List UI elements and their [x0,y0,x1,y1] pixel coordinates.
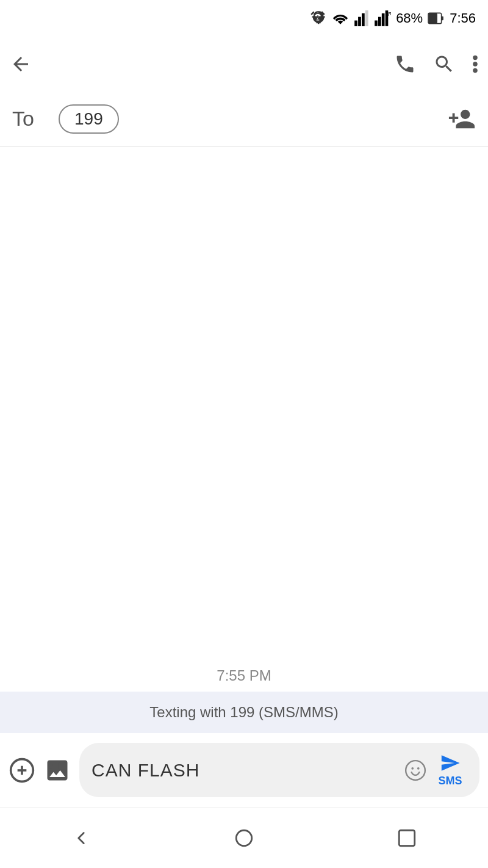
message-input[interactable]: CAN FLASH SMS [79,743,479,797]
app-bar-right [394,53,478,75]
message-timestamp: 7:55 PM [217,667,271,684]
svg-rect-11 [429,13,437,23]
signal2-icon: R [374,10,391,26]
nav-back-button[interactable] [71,828,92,848]
phone-button[interactable] [394,53,416,75]
nav-bar [0,807,488,868]
add-contact-button[interactable] [448,105,476,133]
back-button[interactable] [10,53,32,75]
to-row: To 199 [0,92,488,146]
alarm-icon [309,10,326,27]
svg-rect-7 [382,13,385,26]
svg-point-24 [236,830,252,846]
to-label: To [12,107,49,131]
svg-rect-2 [358,17,361,26]
signal-icon [354,10,369,26]
svg-point-21 [406,761,425,780]
svg-rect-19 [59,762,65,769]
nav-recents-button[interactable] [396,828,417,848]
input-area: CAN FLASH SMS [0,733,488,807]
svg-point-14 [473,62,478,67]
media-button[interactable] [44,757,71,784]
svg-rect-4 [365,10,368,26]
app-container: R 68% 7:56 [0,0,488,868]
wifi-icon [331,12,350,25]
app-bar [0,37,488,92]
sms-banner: Texting with 199 (SMS/MMS) [0,692,488,733]
more-options-button[interactable] [472,53,478,75]
search-button[interactable] [433,53,455,75]
content-area: 7:55 PM Texting with 199 (SMS/MMS) [0,146,488,868]
svg-rect-5 [375,21,378,26]
svg-point-23 [417,767,420,769]
add-button[interactable] [9,757,35,784]
svg-point-15 [473,68,478,73]
send-button[interactable]: SMS [433,753,467,787]
message-text: CAN FLASH [92,760,398,781]
status-icons: R 68% 7:56 [309,10,476,27]
sms-banner-text: Texting with 199 (SMS/MMS) [149,704,338,720]
svg-rect-25 [399,830,415,846]
emoji-button[interactable] [404,759,427,782]
svg-rect-1 [354,21,357,26]
message-spacer [0,146,488,655]
app-bar-left [10,53,32,75]
nav-home-button[interactable] [234,828,254,848]
status-time: 7:56 [450,10,476,26]
svg-rect-6 [378,17,381,26]
battery-icon [428,10,445,26]
svg-point-13 [473,56,478,60]
battery-percent: 68% [396,10,423,26]
recipient-number: 199 [74,109,103,129]
recipient-chip[interactable]: 199 [59,104,119,134]
svg-rect-12 [442,16,443,20]
svg-point-20 [48,764,52,768]
timestamp-container: 7:55 PM [0,655,488,692]
svg-text:R: R [388,12,391,18]
send-label: SMS [438,775,462,787]
svg-point-22 [411,767,414,769]
status-bar: R 68% 7:56 [0,0,488,37]
svg-rect-3 [362,13,365,26]
